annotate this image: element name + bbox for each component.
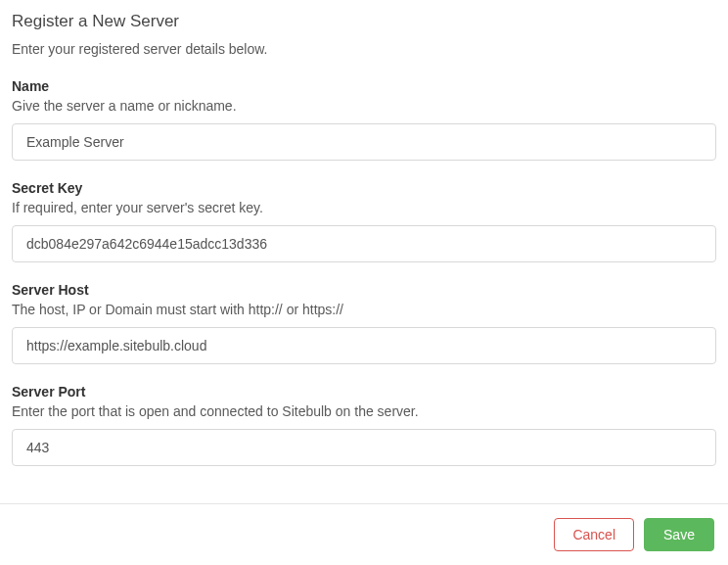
form-group-name: Name Give the server a name or nickname. [12, 78, 716, 161]
server-host-input[interactable] [12, 327, 716, 364]
name-help: Give the server a name or nickname. [12, 98, 716, 114]
name-input[interactable] [12, 123, 716, 161]
server-host-help: The host, IP or Domain must start with h… [12, 302, 716, 317]
dialog-footer: Cancel Save [0, 503, 728, 565]
cancel-button[interactable]: Cancel [554, 518, 634, 551]
secret-key-label: Secret Key [12, 180, 716, 196]
server-host-label: Server Host [12, 282, 716, 298]
server-port-input[interactable] [12, 429, 716, 466]
save-button[interactable]: Save [644, 518, 714, 551]
form-group-secret-key: Secret Key If required, enter your serve… [12, 180, 716, 262]
page-title: Register a New Server [12, 12, 716, 31]
page-subtitle: Enter your registered server details bel… [12, 41, 716, 57]
form-group-server-port: Server Port Enter the port that is open … [12, 384, 716, 466]
server-port-label: Server Port [12, 384, 716, 400]
form-group-server-host: Server Host The host, IP or Domain must … [12, 282, 716, 364]
name-label: Name [12, 78, 716, 94]
server-port-help: Enter the port that is open and connecte… [12, 403, 716, 419]
secret-key-input[interactable] [12, 225, 716, 262]
secret-key-help: If required, enter your server's secret … [12, 200, 716, 215]
